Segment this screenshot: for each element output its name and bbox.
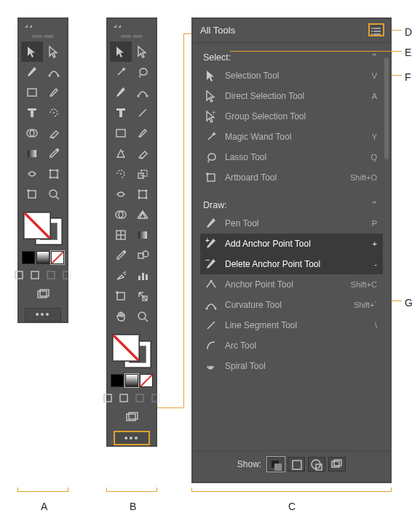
tool-eraser[interactable] [132, 143, 154, 164]
tool-row-lasso[interactable]: Lasso ToolQ [200, 147, 383, 167]
none-fill-button[interactable] [140, 374, 153, 387]
tool-shaper[interactable] [110, 143, 132, 164]
show-stacked-button[interactable] [328, 457, 346, 472]
tool-row-pen[interactable]: Pen ToolP [200, 213, 383, 234]
symbol-sprayer-icon [114, 269, 127, 282]
category-header[interactable]: Select:⌃ [200, 50, 383, 65]
fill-stroke-swatches[interactable] [20, 209, 66, 248]
tool-rectangle[interactable] [110, 123, 132, 143]
tool-label: Lasso Tool [225, 152, 365, 162]
tool-symbol-sprayer[interactable] [110, 266, 132, 286]
scrollbar-thumb[interactable] [384, 57, 389, 159]
tool-direct-selection[interactable] [132, 41, 154, 62]
toolbar-advanced: ••• [106, 17, 157, 447]
gradient-fill-button[interactable] [125, 374, 138, 387]
tool-shortcut: \ [375, 321, 377, 330]
tool-curvature[interactable] [43, 62, 65, 82]
draw-normal-button[interactable] [101, 391, 114, 405]
fill-stroke-swatches[interactable] [109, 331, 154, 371]
show-all-button[interactable] [267, 457, 285, 472]
show-outline-button[interactable] [288, 457, 305, 472]
svg-rect-50 [31, 271, 39, 279]
tool-row-magic-wand[interactable]: Magic Wand ToolY [200, 127, 383, 147]
panel-menu-button[interactable] [368, 23, 384, 36]
collapse-button[interactable] [19, 22, 67, 33]
tool-column-graph[interactable] [132, 266, 154, 286]
tool-line-segment[interactable] [132, 103, 154, 123]
color-fill-button[interactable] [111, 374, 124, 387]
tool-selection[interactable] [110, 41, 132, 62]
tool-zoom[interactable] [43, 184, 65, 204]
scrollbar[interactable] [384, 50, 389, 443]
tool-row-del-anchor[interactable]: Delete Anchor Point Tool- [200, 254, 383, 274]
tool-artboard[interactable] [21, 184, 43, 204]
color-fill-button[interactable] [22, 251, 35, 264]
tool-pen[interactable] [110, 82, 132, 103]
gradient-icon [25, 147, 39, 160]
tool-row-anchor-point[interactable]: Anchor Point ToolShift+C [200, 274, 383, 295]
tool-direct-selection[interactable] [43, 41, 65, 62]
label-g: G [405, 297, 413, 309]
fill-swatch[interactable] [112, 334, 140, 362]
screen-mode-button[interactable] [124, 410, 140, 422]
panel-grip[interactable] [117, 35, 146, 39]
tool-type[interactable] [110, 103, 132, 123]
panel-grip[interactable] [28, 35, 58, 39]
tool-gradient[interactable] [21, 143, 43, 164]
tool-row-add-anchor[interactable]: Add Anchor Point Tool+ [200, 234, 383, 254]
fill-swatch[interactable] [23, 212, 51, 239]
draw-behind-button[interactable] [28, 269, 41, 282]
tool-rotate[interactable] [110, 164, 132, 184]
tool-row-line[interactable]: Line Segment Tool\ [200, 315, 383, 335]
edit-toolbar-button[interactable]: ••• [114, 431, 150, 445]
zoom-icon [136, 310, 149, 323]
tool-eyedropper[interactable] [43, 143, 65, 164]
paintbrush-icon [47, 86, 60, 99]
category-header[interactable]: Draw:⌃ [200, 198, 383, 213]
hand-icon [114, 310, 127, 323]
tool-eraser[interactable] [43, 123, 65, 143]
tool-shape-builder[interactable] [21, 123, 43, 143]
tool-row-arc[interactable]: Arc Tool [200, 335, 383, 356]
tool-curvature[interactable] [132, 82, 154, 103]
tool-selection[interactable] [21, 41, 43, 62]
tool-magic-wand[interactable] [110, 62, 132, 82]
tool-row-group-selection[interactable]: Group Selection Tool [200, 106, 383, 127]
tool-hand[interactable] [110, 306, 132, 327]
tool-paintbrush[interactable] [132, 123, 154, 143]
tool-perspective-grid[interactable] [132, 204, 154, 225]
tool-width[interactable] [21, 164, 43, 184]
tool-blend[interactable] [132, 245, 154, 266]
tool-row-spiral[interactable]: Spiral Tool [200, 356, 383, 376]
none-fill-button[interactable] [51, 251, 64, 264]
tool-artboard[interactable] [110, 286, 132, 306]
tool-rectangle[interactable] [21, 82, 43, 103]
tool-row-curvature[interactable]: Curvature ToolShift+` [200, 295, 383, 315]
tool-mesh[interactable] [110, 225, 132, 245]
screen-mode-button[interactable] [35, 287, 51, 299]
connector-line [183, 33, 191, 34]
tool-type[interactable] [21, 103, 43, 123]
tool-pen[interactable] [21, 62, 43, 82]
tool-free-transform[interactable] [43, 164, 65, 184]
tool-gradient[interactable] [132, 225, 154, 245]
tool-zoom[interactable] [132, 306, 154, 327]
tool-free-transform[interactable] [132, 184, 154, 204]
draw-normal-button[interactable] [12, 269, 25, 282]
tool-paintbrush[interactable] [43, 82, 65, 103]
tool-row-artboard[interactable]: Artboard ToolShift+O [200, 167, 383, 188]
edit-toolbar-button[interactable]: ••• [25, 308, 61, 322]
tool-lasso[interactable] [132, 62, 154, 82]
show-grouped-button[interactable] [308, 457, 325, 472]
tool-row-selection[interactable]: Selection ToolV [200, 65, 383, 86]
tool-row-direct-selection[interactable]: Direct Selection ToolA [200, 86, 383, 106]
tool-rotate[interactable] [43, 103, 65, 123]
tool-scale[interactable] [132, 164, 154, 184]
tool-eyedropper[interactable] [110, 245, 132, 266]
collapse-button[interactable] [108, 22, 156, 33]
tool-slice[interactable] [132, 286, 154, 306]
tool-shape-builder[interactable] [110, 204, 132, 225]
tool-width[interactable] [110, 184, 132, 204]
draw-behind-button[interactable] [117, 391, 130, 405]
gradient-fill-button[interactable] [36, 251, 49, 264]
